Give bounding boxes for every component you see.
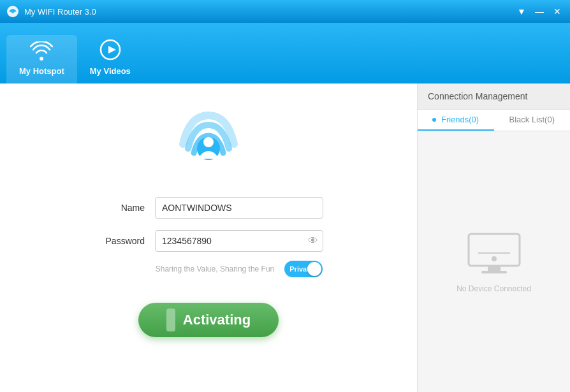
hotspot-icon xyxy=(30,41,53,64)
app-logo xyxy=(6,5,19,18)
no-device-area: No Device Connected xyxy=(418,131,570,392)
activate-button[interactable]: Activating xyxy=(138,303,279,337)
title-bar: My WIFI Router 3.0 ▼ — ✕ xyxy=(0,0,570,23)
tab-blacklist[interactable]: Black List(0) xyxy=(494,110,571,131)
form-area: Name Password 👁 xyxy=(94,197,323,252)
name-input[interactable] xyxy=(155,197,323,219)
no-device-text: No Device Connected xyxy=(457,284,531,293)
name-input-wrap xyxy=(155,197,323,219)
minimize-button[interactable]: — xyxy=(533,7,546,16)
close-button[interactable]: ✕ xyxy=(551,7,564,16)
tab-friends[interactable]: Friends(0) xyxy=(418,110,494,131)
tab-videos[interactable]: My Videos xyxy=(77,33,143,83)
videos-icon xyxy=(99,39,121,64)
sharing-row: Sharing the Value, Sharing the Fun Priva… xyxy=(156,261,323,277)
app-title: My WIFI Router 3.0 xyxy=(24,7,515,17)
svg-point-4 xyxy=(203,137,214,147)
toggle-knob xyxy=(307,262,321,276)
right-panel: Connection Management Friends(0) Black L… xyxy=(417,83,570,392)
sharing-text: Sharing the Value, Sharing the Fun xyxy=(156,265,275,273)
name-row: Name xyxy=(94,197,323,219)
friends-dot xyxy=(432,118,436,122)
show-password-icon[interactable]: 👁 xyxy=(308,235,318,247)
hotspot-tab-label: My Hotspot xyxy=(19,66,64,76)
monitor-icon xyxy=(465,231,523,275)
main-content: Name Password 👁 Sharing the Value, Shari… xyxy=(0,83,570,392)
password-input[interactable] xyxy=(155,230,323,252)
activate-label: Activating xyxy=(183,312,251,328)
tab-hotspot[interactable]: My Hotspot xyxy=(6,35,77,83)
blacklist-tab-label: Black List(0) xyxy=(509,115,555,124)
private-toggle[interactable]: Private xyxy=(284,261,323,277)
name-label: Name xyxy=(94,203,145,213)
signal-icon: ▼ xyxy=(515,7,528,16)
left-panel: Name Password 👁 Sharing the Value, Shari… xyxy=(0,83,417,392)
svg-marker-2 xyxy=(108,46,116,54)
videos-tab-label: My Videos xyxy=(90,66,131,76)
svg-rect-6 xyxy=(488,266,501,271)
right-panel-tabs: Friends(0) Black List(0) xyxy=(418,110,570,131)
password-row: Password 👁 xyxy=(94,230,323,252)
password-input-wrap: 👁 xyxy=(155,230,323,252)
connection-management-header: Connection Management xyxy=(418,83,570,110)
svg-point-9 xyxy=(492,256,497,261)
window-controls: ▼ — ✕ xyxy=(515,7,564,16)
svg-rect-7 xyxy=(481,271,507,273)
friends-tab-label: Friends(0) xyxy=(441,115,479,124)
nav-bar: My Hotspot My Videos xyxy=(0,23,570,83)
activate-indicator xyxy=(166,309,175,331)
password-label: Password xyxy=(94,236,145,246)
wifi-logo xyxy=(170,103,247,182)
